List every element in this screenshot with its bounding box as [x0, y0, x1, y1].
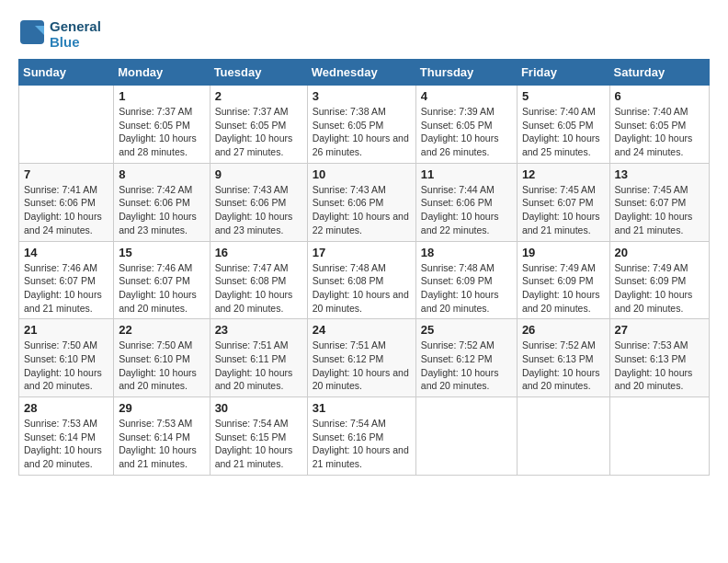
day-info: Sunrise: 7:38 AMSunset: 6:05 PMDaylight:… [313, 106, 409, 157]
day-number: 19 [522, 246, 605, 259]
day-info: Sunrise: 7:52 AMSunset: 6:13 PMDaylight:… [522, 339, 600, 391]
calendar-cell: 3 Sunrise: 7:38 AMSunset: 6:05 PMDayligh… [307, 86, 415, 164]
day-info: Sunrise: 7:44 AMSunset: 6:06 PMDaylight:… [421, 184, 499, 236]
logo-icon [18, 18, 46, 46]
calendar-cell: 11 Sunrise: 7:44 AMSunset: 6:06 PMDaylig… [415, 163, 517, 241]
day-info: Sunrise: 7:48 AMSunset: 6:08 PMDaylight:… [313, 262, 409, 314]
col-header-saturday: Saturday [609, 60, 709, 86]
day-info: Sunrise: 7:46 AMSunset: 6:07 PMDaylight:… [24, 262, 102, 314]
svg-rect-0 [20, 20, 44, 44]
calendar-cell: 16 Sunrise: 7:47 AMSunset: 6:08 PMDaylig… [210, 241, 307, 319]
day-info: Sunrise: 7:37 AMSunset: 6:05 PMDaylight:… [215, 106, 293, 157]
day-info: Sunrise: 7:42 AMSunset: 6:06 PMDaylight:… [119, 184, 197, 236]
day-number: 23 [215, 323, 302, 337]
day-number: 16 [215, 246, 302, 259]
calendar-cell: 4 Sunrise: 7:39 AMSunset: 6:05 PMDayligh… [415, 86, 517, 164]
day-info: Sunrise: 7:49 AMSunset: 6:09 PMDaylight:… [522, 262, 600, 314]
day-info: Sunrise: 7:50 AMSunset: 6:10 PMDaylight:… [119, 339, 197, 391]
day-info: Sunrise: 7:52 AMSunset: 6:12 PMDaylight:… [421, 339, 499, 391]
day-info: Sunrise: 7:51 AMSunset: 6:11 PMDaylight:… [215, 339, 293, 391]
day-number: 30 [215, 401, 302, 415]
calendar-cell: 21 Sunrise: 7:50 AMSunset: 6:10 PMDaylig… [19, 319, 114, 397]
day-info: Sunrise: 7:41 AMSunset: 6:06 PMDaylight:… [24, 184, 102, 236]
day-info: Sunrise: 7:48 AMSunset: 6:09 PMDaylight:… [421, 262, 499, 314]
logo-line2: Blue [50, 34, 101, 50]
day-number: 2 [215, 89, 302, 103]
col-header-thursday: Thursday [415, 60, 517, 86]
day-info: Sunrise: 7:54 AMSunset: 6:15 PMDaylight:… [215, 418, 293, 469]
day-number: 5 [522, 89, 605, 103]
day-number: 20 [615, 246, 704, 259]
day-number: 27 [615, 323, 704, 337]
day-number: 14 [24, 246, 108, 259]
day-number: 31 [313, 401, 411, 415]
day-number: 15 [119, 246, 204, 259]
day-number: 11 [421, 167, 512, 181]
calendar-cell: 13 Sunrise: 7:45 AMSunset: 6:07 PMDaylig… [609, 163, 709, 241]
calendar-cell: 18 Sunrise: 7:48 AMSunset: 6:09 PMDaylig… [415, 241, 517, 319]
calendar-cell [19, 86, 114, 164]
calendar-cell: 31 Sunrise: 7:54 AMSunset: 6:16 PMDaylig… [307, 397, 415, 476]
logo: General Blue [18, 18, 101, 50]
calendar-cell: 15 Sunrise: 7:46 AMSunset: 6:07 PMDaylig… [114, 241, 210, 319]
day-number: 17 [313, 246, 411, 259]
day-number: 1 [119, 89, 204, 103]
day-info: Sunrise: 7:43 AMSunset: 6:06 PMDaylight:… [313, 184, 409, 236]
day-number: 4 [421, 89, 512, 103]
calendar-cell: 12 Sunrise: 7:45 AMSunset: 6:07 PMDaylig… [517, 163, 609, 241]
calendar-cell: 20 Sunrise: 7:49 AMSunset: 6:09 PMDaylig… [609, 241, 709, 319]
day-info: Sunrise: 7:43 AMSunset: 6:06 PMDaylight:… [215, 184, 293, 236]
calendar-cell: 24 Sunrise: 7:51 AMSunset: 6:12 PMDaylig… [307, 319, 415, 397]
day-info: Sunrise: 7:40 AMSunset: 6:05 PMDaylight:… [522, 106, 600, 157]
day-number: 6 [615, 89, 704, 103]
calendar-cell: 10 Sunrise: 7:43 AMSunset: 6:06 PMDaylig… [307, 163, 415, 241]
day-info: Sunrise: 7:46 AMSunset: 6:07 PMDaylight:… [119, 262, 197, 314]
calendar-cell: 7 Sunrise: 7:41 AMSunset: 6:06 PMDayligh… [19, 163, 114, 241]
calendar-cell: 29 Sunrise: 7:53 AMSunset: 6:14 PMDaylig… [114, 397, 210, 476]
day-info: Sunrise: 7:53 AMSunset: 6:14 PMDaylight:… [24, 418, 102, 469]
day-info: Sunrise: 7:47 AMSunset: 6:08 PMDaylight:… [215, 262, 293, 314]
day-info: Sunrise: 7:49 AMSunset: 6:09 PMDaylight:… [615, 262, 693, 314]
calendar-cell: 9 Sunrise: 7:43 AMSunset: 6:06 PMDayligh… [210, 163, 307, 241]
logo-line1: General [50, 18, 101, 34]
calendar-cell: 17 Sunrise: 7:48 AMSunset: 6:08 PMDaylig… [307, 241, 415, 319]
day-number: 18 [421, 246, 512, 259]
calendar-cell: 25 Sunrise: 7:52 AMSunset: 6:12 PMDaylig… [415, 319, 517, 397]
col-header-tuesday: Tuesday [210, 60, 307, 86]
day-info: Sunrise: 7:45 AMSunset: 6:07 PMDaylight:… [615, 184, 693, 236]
col-header-friday: Friday [517, 60, 609, 86]
calendar-cell: 30 Sunrise: 7:54 AMSunset: 6:15 PMDaylig… [210, 397, 307, 476]
calendar-cell: 27 Sunrise: 7:53 AMSunset: 6:13 PMDaylig… [609, 319, 709, 397]
calendar-cell: 26 Sunrise: 7:52 AMSunset: 6:13 PMDaylig… [517, 319, 609, 397]
day-info: Sunrise: 7:53 AMSunset: 6:14 PMDaylight:… [119, 418, 197, 469]
calendar-cell: 22 Sunrise: 7:50 AMSunset: 6:10 PMDaylig… [114, 319, 210, 397]
calendar-table: SundayMondayTuesdayWednesdayThursdayFrid… [18, 59, 710, 476]
day-info: Sunrise: 7:54 AMSunset: 6:16 PMDaylight:… [313, 418, 409, 469]
day-number: 29 [119, 401, 204, 415]
calendar-cell: 2 Sunrise: 7:37 AMSunset: 6:05 PMDayligh… [210, 86, 307, 164]
day-number: 22 [119, 323, 204, 337]
calendar-cell: 1 Sunrise: 7:37 AMSunset: 6:05 PMDayligh… [114, 86, 210, 164]
day-number: 7 [24, 167, 108, 181]
calendar-cell: 19 Sunrise: 7:49 AMSunset: 6:09 PMDaylig… [517, 241, 609, 319]
calendar-cell: 14 Sunrise: 7:46 AMSunset: 6:07 PMDaylig… [19, 241, 114, 319]
calendar-cell: 23 Sunrise: 7:51 AMSunset: 6:11 PMDaylig… [210, 319, 307, 397]
day-number: 12 [522, 167, 605, 181]
day-number: 9 [215, 167, 302, 181]
day-number: 10 [313, 167, 411, 181]
day-number: 25 [421, 323, 512, 337]
day-number: 13 [615, 167, 704, 181]
day-info: Sunrise: 7:37 AMSunset: 6:05 PMDaylight:… [119, 106, 197, 157]
day-info: Sunrise: 7:40 AMSunset: 6:05 PMDaylight:… [615, 106, 693, 157]
day-number: 8 [119, 167, 204, 181]
day-info: Sunrise: 7:51 AMSunset: 6:12 PMDaylight:… [313, 339, 409, 391]
col-header-wednesday: Wednesday [307, 60, 415, 86]
day-number: 28 [24, 401, 108, 415]
calendar-cell: 28 Sunrise: 7:53 AMSunset: 6:14 PMDaylig… [19, 397, 114, 476]
calendar-cell: 8 Sunrise: 7:42 AMSunset: 6:06 PMDayligh… [114, 163, 210, 241]
calendar-cell [415, 397, 517, 476]
calendar-cell: 6 Sunrise: 7:40 AMSunset: 6:05 PMDayligh… [609, 86, 709, 164]
calendar-cell: 5 Sunrise: 7:40 AMSunset: 6:05 PMDayligh… [517, 86, 609, 164]
day-number: 21 [24, 323, 108, 337]
day-info: Sunrise: 7:53 AMSunset: 6:13 PMDaylight:… [615, 339, 693, 391]
